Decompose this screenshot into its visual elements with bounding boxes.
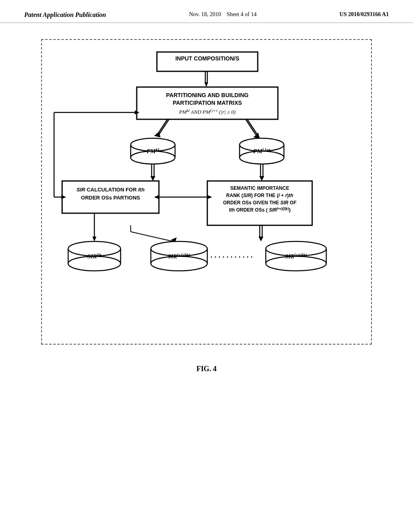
- page-header: Patent Application Publication Nov. 18, …: [0, 0, 413, 23]
- header-center: Nov. 18, 2010 Sheet 4 of 14: [189, 11, 257, 18]
- svg-text:SIR CALCULATION FOR lth: SIR CALCULATION FOR lth: [77, 187, 145, 193]
- main-content: INPUT COMPOSITION/S PARTITIONING AND BUI…: [0, 23, 413, 389]
- svg-point-63: [151, 256, 207, 271]
- svg-marker-51: [259, 237, 263, 241]
- svg-text:SEMANTIC IMPORTANCE: SEMANTIC IMPORTANCE: [230, 185, 289, 191]
- svg-line-53: [131, 232, 173, 241]
- svg-marker-11: [154, 132, 161, 137]
- svg-text:ORDER OSs GIVEN THE SIR OF: ORDER OSs GIVEN THE SIR OF: [223, 200, 296, 206]
- svg-point-69: [266, 256, 326, 271]
- svg-text:RANK (SIR) FOR THE (l + r)th: RANK (SIR) FOR THE (l + r)th: [226, 193, 293, 198]
- svg-marker-48: [92, 237, 96, 241]
- svg-text:PARTICIPATION MATRIXS: PARTICIPATION MATRIXS: [173, 100, 242, 106]
- header-left: Patent Application Publication: [24, 11, 106, 19]
- svg-marker-4: [204, 82, 208, 87]
- svg-line-13: [247, 119, 257, 135]
- diagram-container: INPUT COMPOSITION/S PARTITIONING AND BUI…: [41, 39, 372, 345]
- svg-text:ORDER OSs PARTIONS: ORDER OSs PARTIONS: [81, 195, 140, 201]
- svg-marker-30: [259, 176, 264, 181]
- svg-text:PARTITIONING AND BUILDING: PARTITIONING AND BUILDING: [166, 92, 249, 98]
- header-right: US 2010/0293166 A1: [340, 11, 389, 18]
- flow-diagram: INPUT COMPOSITION/S PARTITIONING AND BUI…: [50, 48, 365, 330]
- figure-caption: FIG. 4: [196, 365, 217, 373]
- svg-line-9: [159, 119, 169, 135]
- svg-line-12: [246, 119, 256, 135]
- svg-text:. . . . . . . . . . .: . . . . . . . . . . .: [210, 251, 252, 259]
- svg-text:INPUT COMPOSITION/S: INPUT COMPOSITION/S: [175, 55, 240, 62]
- svg-marker-27: [150, 176, 155, 181]
